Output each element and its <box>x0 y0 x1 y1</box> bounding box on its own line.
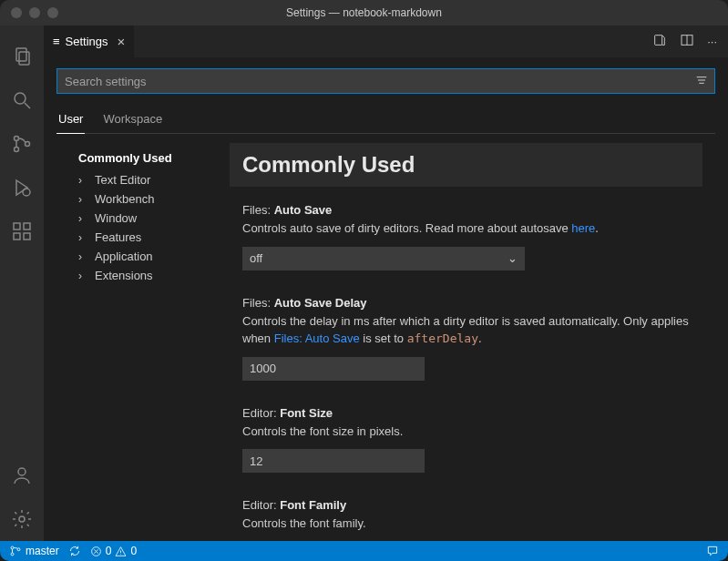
toc-window[interactable]: ›Window <box>78 209 230 228</box>
svg-point-20 <box>11 546 14 549</box>
close-icon[interactable]: × <box>118 34 126 49</box>
svg-rect-8 <box>14 223 20 230</box>
settings-gear-icon[interactable] <box>0 497 44 541</box>
svg-point-4 <box>15 137 19 141</box>
git-branch[interactable]: master <box>9 545 59 557</box>
chevron-right-icon: › <box>78 250 91 263</box>
open-settings-json-icon[interactable] <box>652 33 667 50</box>
toc-features[interactable]: ›Features <box>78 228 230 247</box>
toc-workbench[interactable]: ›Workbench <box>78 189 230 209</box>
status-bar: master 0 0 <box>0 541 728 561</box>
svg-point-13 <box>19 516 25 522</box>
more-actions-icon[interactable]: ··· <box>707 35 717 48</box>
svg-line-3 <box>25 103 30 108</box>
setting-font-family: Editor: Font Family Controls the font fa… <box>230 498 702 541</box>
accounts-icon[interactable] <box>0 454 44 497</box>
settings-list: Commonly Used Files: Auto Save Controls … <box>230 143 715 541</box>
svg-point-2 <box>15 93 26 104</box>
svg-rect-9 <box>14 233 20 240</box>
feedback-icon[interactable] <box>706 545 719 557</box>
svg-rect-10 <box>24 233 30 240</box>
problems[interactable]: 0 0 <box>90 545 137 557</box>
chevron-right-icon: › <box>78 212 91 225</box>
setting-description: Controls the font size in pixels. <box>242 423 702 441</box>
scope-workspace[interactable]: Workspace <box>101 107 164 133</box>
chevron-right-icon: › <box>78 270 91 282</box>
run-debug-icon[interactable] <box>0 166 44 209</box>
svg-point-21 <box>11 553 14 556</box>
svg-point-5 <box>15 148 19 152</box>
activity-bar <box>0 26 44 541</box>
chevron-right-icon: › <box>78 174 91 187</box>
filter-icon[interactable] <box>694 73 709 90</box>
window-controls <box>0 7 58 18</box>
svg-rect-1 <box>19 52 29 65</box>
source-control-icon[interactable] <box>0 122 44 166</box>
chevron-right-icon: › <box>78 231 91 244</box>
setting-title: Editor: Font Size <box>242 406 702 420</box>
tab-settings[interactable]: ≡ Settings × <box>44 26 135 57</box>
search-icon[interactable] <box>0 78 44 122</box>
setting-auto-save: Files: Auto Save Controls auto save of d… <box>230 203 702 296</box>
svg-rect-0 <box>16 48 26 61</box>
sync-icon[interactable] <box>68 545 81 557</box>
section-heading: Commonly Used <box>230 143 702 187</box>
close-window[interactable] <box>11 7 22 18</box>
setting-description: Controls the delay in ms after which a d… <box>242 313 702 348</box>
titlebar: Settings — notebook-markdown <box>0 0 728 26</box>
auto-save-delay-input[interactable] <box>242 357 425 381</box>
toc-extensions[interactable]: ›Extensions <box>78 266 230 285</box>
zoom-window[interactable] <box>47 7 58 18</box>
svg-point-12 <box>18 468 26 475</box>
setting-title: Files: Auto Save <box>242 203 702 217</box>
extensions-icon[interactable] <box>0 209 44 253</box>
svg-point-22 <box>17 548 20 551</box>
toc-heading[interactable]: Commonly Used <box>78 148 230 170</box>
tab-bar: ≡ Settings × ··· <box>44 26 728 57</box>
auto-save-select[interactable]: off ⌄ <box>242 247 525 270</box>
toc-application[interactable]: ›Application <box>78 247 230 266</box>
explorer-icon[interactable] <box>0 35 44 78</box>
setting-description: Controls the font family. <box>242 515 702 533</box>
svg-rect-14 <box>655 36 662 46</box>
scope-tabs: User Workspace <box>56 107 715 134</box>
svg-point-6 <box>26 142 30 147</box>
auto-save-link[interactable]: Files: Auto Save <box>274 332 360 345</box>
toc-text-editor[interactable]: ›Text Editor <box>78 170 230 189</box>
setting-font-size: Editor: Font Size Controls the font size… <box>230 406 702 499</box>
minimize-window[interactable] <box>29 7 40 18</box>
svg-rect-11 <box>24 223 30 230</box>
search-input[interactable] <box>65 75 694 88</box>
chevron-right-icon: › <box>78 193 91 206</box>
settings-search[interactable] <box>56 68 715 94</box>
settings-tab-icon: ≡ <box>53 35 60 48</box>
setting-title: Editor: Font Family <box>242 498 702 512</box>
chevron-down-icon: ⌄ <box>508 251 518 265</box>
window-title: Settings — notebook-markdown <box>0 6 728 19</box>
setting-description: Controls auto save of dirty editors. Rea… <box>242 220 702 238</box>
svg-point-7 <box>23 189 30 196</box>
autosave-docs-link[interactable]: here <box>571 221 595 235</box>
split-editor-icon[interactable] <box>680 33 694 50</box>
setting-title: Files: Auto Save Delay <box>242 296 702 310</box>
tab-label: Settings <box>66 35 108 48</box>
font-size-input[interactable] <box>242 449 425 473</box>
setting-auto-save-delay: Files: Auto Save Delay Controls the dela… <box>230 296 702 406</box>
scope-user[interactable]: User <box>56 107 85 134</box>
settings-toc: Commonly Used ›Text Editor ›Workbench ›W… <box>56 143 230 541</box>
